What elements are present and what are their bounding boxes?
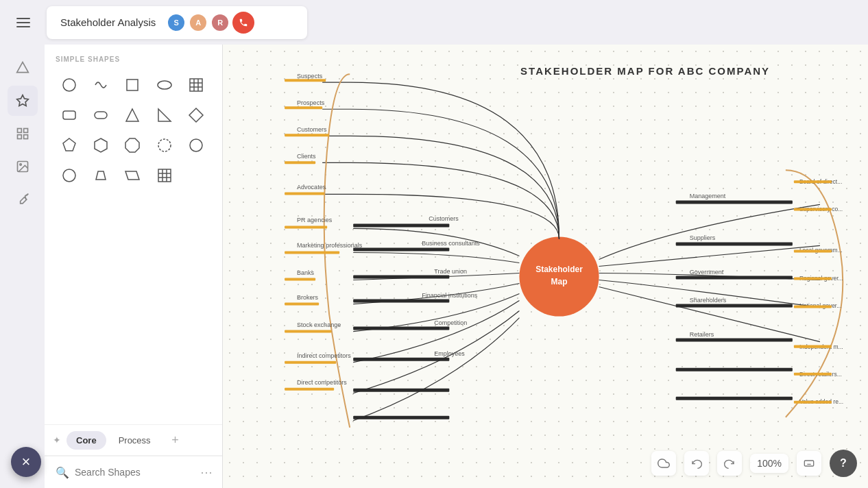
- collaborators: S A R: [167, 12, 254, 34]
- svg-marker-22: [95, 138, 107, 152]
- shape-ellipse[interactable]: [151, 71, 178, 99]
- sidebar-icon-shapes[interactable]: [8, 53, 38, 83]
- svg-text:Management: Management: [690, 193, 726, 199]
- shape-trapezoid[interactable]: [87, 162, 114, 189]
- avatar-2[interactable]: A: [189, 13, 208, 32]
- header: Stakeholder Analysis S A R: [0, 0, 868, 45]
- shape-pentagon[interactable]: [56, 132, 83, 159]
- redo-button[interactable]: [717, 451, 742, 476]
- svg-text:Regional gover...: Regional gover...: [799, 275, 843, 282]
- svg-point-26: [63, 169, 75, 182]
- more-options-icon[interactable]: ⋯: [200, 465, 213, 480]
- phone-icon: [239, 18, 248, 27]
- svg-rect-42: [285, 225, 327, 228]
- svg-rect-4: [17, 135, 21, 139]
- svg-text:Indirect competitors: Indirect competitors: [297, 352, 351, 359]
- svg-rect-48: [285, 388, 334, 391]
- shape-triangle[interactable]: [119, 101, 146, 129]
- shapes-icon: [16, 61, 29, 75]
- sidebar-icon-grid[interactable]: [8, 119, 38, 149]
- svg-rect-11: [190, 79, 202, 91]
- tab-process[interactable]: Process: [109, 431, 160, 450]
- shape-stadium[interactable]: [87, 101, 114, 129]
- svg-rect-95: [794, 180, 832, 183]
- tab-core[interactable]: Core: [67, 431, 106, 450]
- svg-rect-46: [285, 330, 331, 333]
- svg-text:Employees: Employees: [434, 350, 465, 357]
- image-icon: [16, 160, 29, 173]
- sidebar-icon-star[interactable]: [8, 86, 38, 116]
- shape-octagon[interactable]: [119, 132, 146, 159]
- undo-icon: [691, 458, 702, 469]
- svg-text:Stock exchange: Stock exchange: [297, 321, 341, 328]
- svg-text:Government: Government: [690, 269, 724, 276]
- search-bar: 🔍 ⋯: [45, 456, 222, 488]
- shape-arc[interactable]: [87, 71, 114, 99]
- shape-parallelogram[interactable]: [119, 162, 146, 189]
- shape-circle-dashed[interactable]: [182, 132, 210, 159]
- fab-button[interactable]: ×: [11, 447, 41, 477]
- pen-icon: [16, 193, 29, 206]
- shape-circle[interactable]: [56, 71, 83, 99]
- svg-text:Competition: Competition: [434, 319, 467, 326]
- svg-rect-96: [794, 208, 832, 210]
- svg-point-34: [519, 236, 599, 316]
- shape-circle-small[interactable]: [56, 162, 83, 189]
- keyboard-button[interactable]: [797, 451, 821, 476]
- shape-rounded-rect[interactable]: [56, 101, 83, 129]
- star-icon: [16, 94, 29, 108]
- svg-rect-39: [285, 134, 329, 136]
- shape-square[interactable]: [119, 71, 146, 99]
- call-button[interactable]: [232, 12, 254, 34]
- svg-rect-2: [17, 129, 21, 133]
- canvas-inner: STAKEHOLDER MAP FOR ABC COMPANY Stakehol…: [223, 45, 868, 488]
- shape-hexagon[interactable]: [87, 132, 114, 159]
- avatar-3[interactable]: R: [210, 13, 230, 32]
- search-icon: 🔍: [56, 466, 69, 479]
- sidebar-icon-image[interactable]: [8, 151, 38, 182]
- tab-add-button[interactable]: +: [166, 430, 185, 450]
- svg-text:Banks: Banks: [297, 269, 315, 276]
- svg-rect-61: [676, 339, 793, 342]
- svg-point-8: [63, 79, 75, 91]
- grid-icon: [16, 127, 29, 141]
- svg-text:Brokers: Brokers: [297, 294, 319, 301]
- svg-text:PR agencies: PR agencies: [297, 217, 333, 223]
- svg-rect-45: [285, 303, 319, 306]
- svg-text:Direct retailers...: Direct retailers...: [799, 371, 842, 378]
- svg-rect-101: [794, 373, 832, 376]
- svg-point-10: [158, 81, 171, 89]
- zoom-level: 100%: [750, 454, 788, 473]
- svg-text:Value added re...: Value added re...: [799, 398, 843, 405]
- canvas[interactable]: STAKEHOLDER MAP FOR ABC COMPANY Stakehol…: [223, 45, 868, 488]
- svg-point-25: [190, 139, 202, 151]
- svg-rect-98: [794, 278, 832, 280]
- undo-button[interactable]: [684, 451, 709, 476]
- shape-table[interactable]: [182, 71, 210, 99]
- shape-circle-outline[interactable]: [151, 132, 178, 159]
- svg-text:Suppliers: Suppliers: [690, 234, 716, 241]
- cloud-button[interactable]: [651, 451, 676, 476]
- search-input[interactable]: [75, 467, 195, 478]
- avatar-1[interactable]: S: [167, 13, 186, 32]
- shape-diamond[interactable]: [182, 101, 210, 129]
- svg-rect-41: [285, 192, 324, 195]
- svg-rect-38: [285, 106, 322, 109]
- svg-point-24: [158, 139, 171, 151]
- svg-text:Trade union: Trade union: [434, 268, 467, 275]
- svg-rect-5: [23, 135, 27, 139]
- shape-grid-table[interactable]: [151, 162, 178, 189]
- sidebar-icon-pen[interactable]: [8, 184, 38, 215]
- menu-button[interactable]: [11, 10, 36, 35]
- cloud-icon: [658, 457, 670, 469]
- svg-rect-44: [285, 278, 315, 281]
- svg-rect-3: [23, 129, 27, 133]
- svg-text:Clients: Clients: [297, 153, 316, 160]
- svg-rect-103: [804, 461, 813, 466]
- svg-rect-60: [676, 304, 793, 308]
- title-bar: Stakeholder Analysis S A R: [47, 6, 307, 39]
- help-button[interactable]: ?: [830, 450, 857, 477]
- svg-text:Retailers: Retailers: [690, 331, 714, 338]
- shape-right-triangle[interactable]: [151, 101, 178, 129]
- svg-rect-56: [353, 416, 449, 419]
